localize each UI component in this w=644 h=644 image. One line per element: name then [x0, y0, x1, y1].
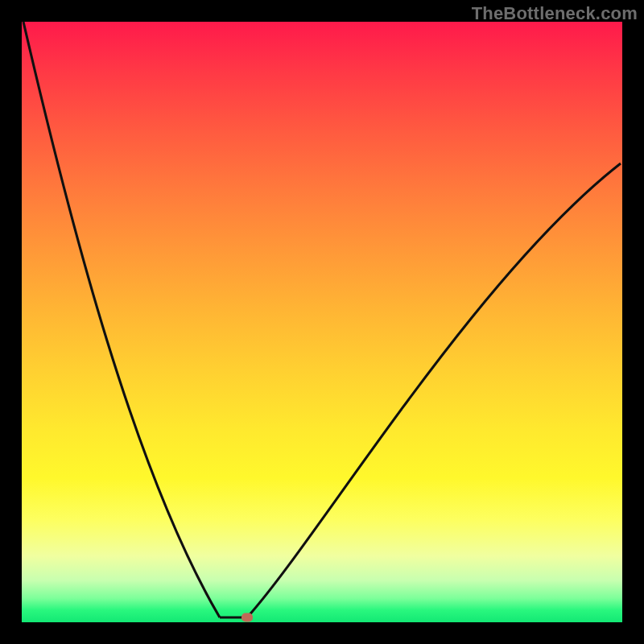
curve-right-arm — [247, 163, 621, 617]
curve-left-arm — [23, 22, 220, 617]
chart-frame: TheBottleneck.com — [0, 0, 644, 644]
plot-area — [22, 22, 622, 622]
minimum-marker — [242, 613, 253, 622]
curve-svg — [22, 22, 622, 622]
